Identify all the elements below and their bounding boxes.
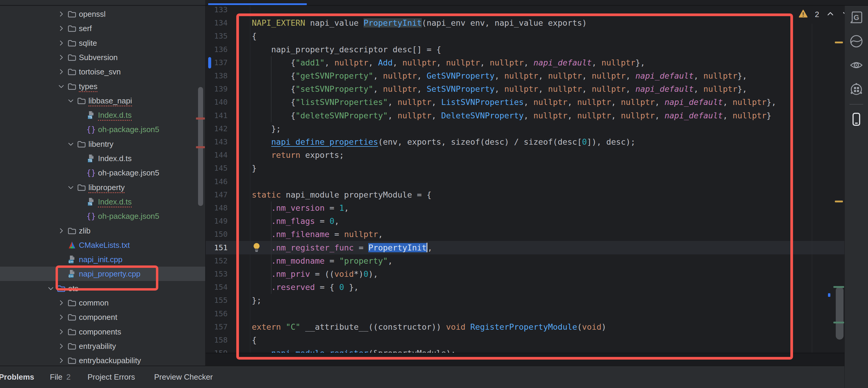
- svg-text:TS: TS: [88, 202, 92, 205]
- tree-item-zlib[interactable]: zlib: [0, 223, 205, 238]
- tree-item-label: Subversion: [79, 50, 118, 65]
- folder-icon: [67, 38, 76, 48]
- tree-item-openssl[interactable]: openssl: [0, 7, 205, 21]
- bottom-tab-file[interactable]: File: [50, 366, 62, 388]
- phone-icon[interactable]: [849, 112, 864, 126]
- line-number: 147: [206, 188, 227, 202]
- tree-item-cmakelists-txt[interactable]: CMakeLists.txt: [0, 238, 205, 252]
- tree-item-label: CMakeLists.txt: [79, 238, 130, 252]
- chevron-right-icon[interactable]: [58, 227, 65, 234]
- error-stripe-separator: [812, 24, 812, 353]
- stripe-caret-mark[interactable]: [828, 293, 830, 297]
- tree-item-label: components: [79, 325, 121, 339]
- chevron-right-icon[interactable]: [58, 357, 65, 364]
- tree-item-label: zlib: [79, 223, 91, 238]
- chevron-down-icon[interactable]: [67, 97, 74, 104]
- bottom-tab-project-errors[interactable]: Project Errors: [88, 366, 135, 388]
- stripe-warning-mark[interactable]: [835, 201, 843, 202]
- folder-icon: [67, 53, 76, 62]
- bottom-tab-preview-checker[interactable]: Preview Checker: [154, 366, 213, 388]
- wave-circle-icon[interactable]: [849, 34, 864, 49]
- editor-scrollbar-thumb[interactable]: [836, 287, 843, 339]
- ts-file-icon: TS: [87, 154, 96, 163]
- tree-item-common[interactable]: common: [0, 296, 205, 310]
- chevron-right-icon[interactable]: [58, 328, 65, 335]
- active-tab-underline[interactable]: [208, 3, 307, 5]
- tree-item-label: types: [79, 79, 97, 94]
- tree-item-libproperty[interactable]: libproperty: [0, 180, 205, 195]
- svg-text:{}: {}: [87, 212, 96, 220]
- project-tree-panel: opensslserfsqliteSubversiontortoise_svnt…: [0, 6, 205, 365]
- tree-item-subversion[interactable]: Subversion: [0, 50, 205, 65]
- line-number: 146: [206, 175, 227, 188]
- tree-item-napi-init-cpp[interactable]: C++napi_init.cpp: [0, 252, 205, 267]
- chevron-down-icon[interactable]: [67, 184, 74, 191]
- chevron-down-icon[interactable]: [47, 285, 54, 292]
- tree-item-label: tortoise_svn: [79, 65, 121, 79]
- line-number: 133: [206, 6, 227, 17]
- stripe-selection-mark[interactable]: [833, 322, 844, 323]
- problems-title[interactable]: Problems: [0, 366, 34, 388]
- tree-item-components[interactable]: components: [0, 325, 205, 339]
- tree-item-serf[interactable]: serf: [0, 21, 205, 36]
- ide-window: opensslserfsqliteSubversiontortoise_svnt…: [0, 0, 868, 388]
- chevron-right-icon[interactable]: [58, 39, 65, 47]
- chevron-right-icon[interactable]: [58, 54, 65, 61]
- stripe-selection-mark[interactable]: [833, 286, 844, 288]
- folder-icon: [67, 342, 76, 351]
- tree-item-label: libbase_napi: [88, 94, 132, 108]
- tree-item-libbase-napi[interactable]: libbase_napi: [0, 94, 205, 108]
- chevron-right-icon[interactable]: [58, 299, 65, 306]
- tree-item-label: Index.d.ts: [98, 151, 132, 166]
- line-number: 143: [206, 136, 227, 149]
- tree-item-label: oh-package.json5: [98, 209, 159, 223]
- folder-icon: [67, 356, 76, 365]
- tree-item-component[interactable]: component: [0, 310, 205, 324]
- tree-item-index-d-ts[interactable]: TSIndex.d.ts: [0, 108, 205, 122]
- tree-item-types[interactable]: types: [0, 79, 205, 94]
- tree-item-index-d-ts[interactable]: TSIndex.d.ts: [0, 195, 205, 209]
- svg-text:G: G: [854, 13, 859, 22]
- chevron-right-icon[interactable]: [58, 10, 65, 18]
- tab-badge-count: 2: [66, 366, 70, 388]
- svg-text:TS: TS: [88, 116, 92, 119]
- tree-item-label: entrybackupability: [79, 353, 141, 365]
- line-number: 150: [206, 228, 227, 241]
- json5-file-icon: {}: [87, 212, 96, 220]
- previous-warning-button[interactable]: [826, 9, 835, 19]
- tree-item-label: serf: [79, 21, 92, 36]
- chevron-down-icon[interactable]: [58, 83, 65, 90]
- line-number: 148: [206, 202, 227, 215]
- stripe-warning-mark[interactable]: [835, 41, 843, 43]
- folder-icon: [67, 24, 76, 33]
- line-number: 156: [206, 307, 227, 321]
- tree-item-sqlite[interactable]: sqlite: [0, 36, 205, 50]
- g-logo-icon[interactable]: G: [849, 10, 864, 25]
- app-grid-icon[interactable]: [849, 82, 864, 96]
- code-annotation-red-box: [236, 13, 793, 360]
- tree-item-entryability[interactable]: entryability: [0, 339, 205, 353]
- tree-item-libentry[interactable]: libentry: [0, 137, 205, 151]
- tree-item-index-d-ts[interactable]: TSIndex.d.ts: [0, 151, 205, 166]
- line-number: 149: [206, 215, 227, 228]
- tree-item-oh-package-json5[interactable]: {}oh-package.json5: [0, 166, 205, 180]
- tree-item-entrybackupability[interactable]: entrybackupability: [0, 353, 205, 365]
- chevron-right-icon[interactable]: [58, 314, 65, 321]
- line-number: 155: [206, 294, 227, 307]
- svg-text:{}: {}: [87, 125, 96, 134]
- tree-item-tortoise-svn[interactable]: tortoise_svn: [0, 65, 205, 79]
- chevron-right-icon[interactable]: [58, 342, 65, 350]
- eye-icon[interactable]: [849, 58, 864, 72]
- chevron-right-icon[interactable]: [58, 25, 65, 32]
- line-number: 137: [206, 56, 227, 69]
- svg-text:C++: C++: [68, 260, 73, 263]
- tree-item-oh-package-json5[interactable]: {}oh-package.json5: [0, 122, 205, 137]
- tree-item-oh-package-json5[interactable]: {}oh-package.json5: [0, 209, 205, 223]
- editor-pane[interactable]: 133134NAPI_EXTERN napi_value PropertyIni…: [206, 6, 844, 365]
- folder-icon: [77, 96, 86, 105]
- chevron-right-icon[interactable]: [58, 68, 65, 75]
- line-number: 134: [206, 17, 227, 30]
- chevron-down-icon[interactable]: [67, 141, 74, 148]
- svg-text:TS: TS: [88, 159, 92, 162]
- tree-item-label: openssl: [79, 7, 106, 21]
